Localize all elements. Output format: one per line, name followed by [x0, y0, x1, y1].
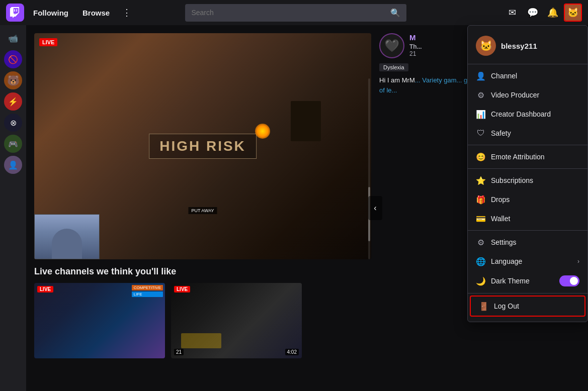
wallet-icon: 💳 [476, 214, 486, 224]
category-tag[interactable]: Dyslexia [379, 63, 408, 71]
channel-thumb-1: COMPETITIVE LIFE LIVE [34, 283, 165, 358]
channel-label: Channel [491, 72, 579, 80]
search-input[interactable] [185, 5, 384, 21]
channel-2-time: 4:02 [285, 349, 299, 355]
sidebar-avatar-5-image: 🎮 [4, 135, 22, 153]
sidebar-avatar-3-image: ⚡ [4, 92, 22, 111]
dropdown-item-subscriptions[interactable]: ⭐ Subscriptions [468, 171, 587, 190]
hud-overlay: COMPETITIVE LIFE [132, 285, 163, 297]
user-avatar-image: 🐱 [565, 5, 581, 21]
dropdown-item-language[interactable]: 🌐 Language › [468, 252, 587, 271]
sidebar-avatar-4-image: ⊗ [4, 114, 22, 132]
channel-thumb-2-bg [171, 283, 302, 358]
sidebar-avatar-1-image: 🚫 [4, 50, 22, 68]
settings-icon: ⚙ [476, 237, 486, 247]
safety-icon: 🛡 [476, 128, 486, 138]
language-label: Language [491, 257, 572, 265]
user-avatar-button[interactable]: 🐱 [564, 4, 582, 22]
streamer-name: MTh... [409, 33, 422, 50]
user-dropdown-menu: 🐱 blessy211 👤 Channel ⚙ Video Producer 📊… [467, 25, 588, 322]
viewer-count: 21 [409, 50, 422, 57]
sidebar-avatar-3[interactable]: ⚡ [4, 92, 22, 111]
channel-icon: 👤 [476, 71, 486, 81]
emote-attribution-icon: 😊 [476, 152, 486, 162]
creator-dashboard-icon: 📊 [476, 109, 486, 119]
topnav-right-icons: ✉ 💬 🔔 🐱 [503, 4, 582, 22]
dropdown-item-log-out[interactable]: 🚪 Log Out [470, 296, 585, 317]
sidebar-avatar-4[interactable]: ⊗ [4, 114, 22, 132]
divider-1 [468, 145, 587, 145]
log-out-label: Log Out [494, 302, 576, 310]
channel-thumb-2: LIVE 4:02 21 [171, 283, 302, 358]
video-light-effect [255, 124, 270, 139]
sidebar-avatar-2[interactable]: 🐻 [4, 71, 22, 89]
subscriptions-label: Subscriptions [491, 176, 579, 184]
sidebar-avatar-5[interactable]: 🎮 [4, 135, 22, 153]
webcam-overlay [34, 214, 100, 259]
put-away-label: PUT AWAY [188, 207, 217, 214]
video-scrollbar [368, 78, 370, 259]
sidebar-avatar-6-image: 👤 [4, 156, 22, 174]
drops-label: Drops [491, 196, 579, 204]
video-prop-1 [291, 101, 321, 141]
video-player[interactable]: HIGH RISK LIVE PUT AWAY [34, 33, 371, 259]
wallet-label: Wallet [491, 215, 579, 223]
subscriptions-icon: ⭐ [476, 175, 486, 185]
dropdown-item-channel[interactable]: 👤 Channel [468, 66, 587, 85]
vehicle-shape [181, 333, 221, 348]
dropdown-username: blessy211 [501, 42, 537, 50]
browse-link[interactable]: Browse [77, 6, 115, 20]
following-link[interactable]: Following [28, 6, 73, 20]
dropdown-item-creator-dashboard[interactable]: 📊 Creator Dashboard [468, 105, 587, 124]
dropdown-item-safety[interactable]: 🛡 Safety [468, 124, 587, 143]
streamer-cam [35, 215, 99, 259]
divider-0 [468, 64, 587, 64]
dark-theme-icon: 🌙 [476, 276, 486, 286]
cam-head [52, 229, 82, 259]
sidebar-video-icon[interactable]: 📹 [4, 29, 22, 47]
dropdown-item-dark-theme[interactable]: 🌙 Dark Theme [468, 271, 587, 291]
dropdown-item-emote-attribution[interactable]: 😊 Emote Attribution [468, 147, 587, 166]
streamer-text-info: MTh... 21 [409, 33, 422, 57]
sidebar-avatar-2-image: 🐻 [4, 71, 22, 89]
safety-label: Safety [491, 129, 579, 137]
channel-2-live-badge: LIVE [174, 286, 190, 292]
channel-card-2[interactable]: LIVE 4:02 21 [171, 283, 302, 358]
video-producer-label: Video Producer [491, 91, 579, 99]
dropdown-item-settings[interactable]: ⚙ Settings [468, 233, 587, 252]
channel-2-viewers: 21 [174, 349, 184, 355]
dark-theme-label: Dark Theme [491, 277, 554, 285]
streamer-subtext: Th... [409, 43, 422, 50]
search-button[interactable]: 🔍 [384, 4, 406, 22]
live-badge: LIVE [39, 38, 57, 46]
streamer-avatar[interactable]: 🖤 [379, 33, 404, 58]
main-layout: 📹 🚫 🐻 ⚡ ⊗ 🎮 👤 HIGH RISK [0, 25, 588, 391]
log-out-icon: 🚪 [479, 301, 489, 311]
more-dots-button[interactable]: ⋮ [119, 5, 135, 21]
dropdown-item-wallet[interactable]: 💳 Wallet [468, 209, 587, 228]
divider-2 [468, 168, 587, 169]
dropdown-user-header: 🐱 blessy211 [468, 30, 587, 62]
chat-icon-button[interactable]: 💬 [524, 4, 542, 22]
dropdown-user-avatar: 🐱 [476, 36, 496, 56]
divider-3 [468, 230, 587, 231]
sidebar-avatar-1[interactable]: 🚫 [4, 50, 22, 68]
notifications-icon-button[interactable]: 🔔 [544, 4, 562, 22]
desc-prefix: Hi I am MrM [379, 76, 415, 84]
dark-theme-toggle[interactable] [559, 275, 579, 286]
twitch-logo[interactable] [6, 4, 24, 22]
sidebar-avatar-6[interactable]: 👤 [4, 156, 22, 174]
left-sidebar: 📹 🚫 🐻 ⚡ ⊗ 🎮 👤 [0, 25, 26, 391]
search-bar: 🔍 [185, 4, 406, 22]
language-icon: 🌐 [476, 256, 486, 266]
top-navigation: Following Browse ⋮ 🔍 ✉ 💬 🔔 🐱 [0, 0, 588, 25]
video-game-text: HIGH RISK [149, 134, 257, 159]
channel-1-live-badge: LIVE [37, 286, 53, 292]
divider-4 [468, 293, 587, 294]
drops-icon: 🎁 [476, 194, 486, 205]
collapse-sidebar-button[interactable]: ‹ [368, 196, 382, 220]
channel-card-1[interactable]: COMPETITIVE LIFE LIVE [34, 283, 165, 358]
inbox-icon-button[interactable]: ✉ [503, 4, 522, 22]
dropdown-item-video-producer[interactable]: ⚙ Video Producer [468, 85, 587, 105]
dropdown-item-drops[interactable]: 🎁 Drops [468, 190, 587, 209]
